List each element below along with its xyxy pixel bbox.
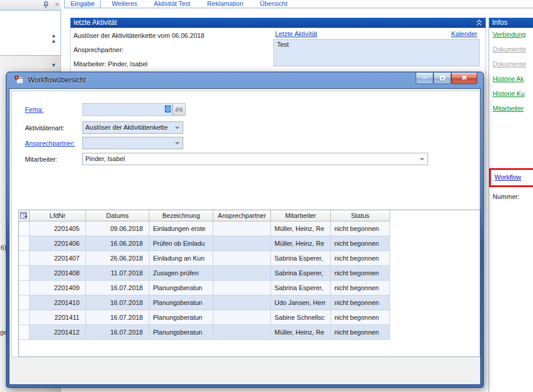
cell-status: nicht begonnen [331,251,390,266]
cell-ansprechpartner [213,251,271,266]
infos-link-verbindung[interactable]: Verbindung [489,27,533,42]
grid-col-header-bezeichnung[interactable]: Bezeichnung [149,210,213,221]
cell-bezeichnung: Planungsberatun [149,295,213,310]
row-header-cell[interactable] [19,310,30,325]
chevron-down-icon [175,142,180,144]
infos-link-historie-ak[interactable]: Historie Ak [489,72,533,86]
close-button[interactable]: ✕ [451,73,477,84]
workflow-link[interactable]: Workflow [494,173,521,181]
firma-value: 0 [165,105,171,113]
cell-ansprechpartner [213,266,271,281]
table-row[interactable]: 220141016.07.2018PlanungsberatunUdo Jans… [19,295,480,310]
dialog-titlebar[interactable]: Workflowübersicht ─ ✕ [9,72,481,88]
grid-col-header-datums[interactable]: Datums [86,210,149,221]
tab-eingabe[interactable]: Eingabe [64,0,101,8]
maximize-button[interactable] [433,73,451,84]
table-row[interactable]: 220140726.06.2018Einladung an KunSabrina… [19,251,480,266]
row-header-cell[interactable] [19,251,30,266]
cell-status: nicht begonnen [331,221,390,236]
kalender-link[interactable]: Kalender [451,30,477,37]
activity-note-textbox[interactable]: Test [273,39,480,66]
collapsed-group-box: ▲▲ [0,10,61,56]
table-row[interactable]: 220140509.06.2018Einladungen ersteMüller… [19,221,480,236]
grid-col-header-ansprechpartner[interactable]: Ansprechpartner [213,210,271,221]
table-row[interactable]: 220140616.06.2018Prüfen ob EinladuMüller… [19,236,480,251]
row-header-cell[interactable] [19,295,30,310]
tab-weiteres[interactable]: Weiteres [106,0,143,8]
chevron-down-icon [420,158,425,160]
cell-ansprechpartner [213,295,271,310]
cell-mitarbeiter: Müller, Heinz, Re [271,221,331,236]
table-row[interactable]: 220140916.07.2018PlanungsberatunSabrina … [19,281,480,295]
infos-link-mitarbeiter[interactable]: Mitarbeiter [489,101,533,116]
letzte-aktivitaet-link[interactable]: Letzte Aktivität [275,30,317,37]
infos-link-dokumente[interactable]: Dokumente [489,42,533,57]
table-row[interactable]: 220141116.07.2018PlanungsberatunSabine S… [19,310,480,325]
cell-mitarbeiter: Udo Jansen, Herr [271,295,331,310]
grid-col-header-lfdnr[interactable]: LfdNr [30,210,86,221]
cell-status: nicht begonnen [331,310,390,325]
row-header-cell[interactable] [19,221,30,236]
row-header-cell[interactable] [19,325,30,340]
grid-corner-cell[interactable] [19,210,30,221]
cell-datums: 09.06.2018 [86,221,149,236]
cell-datums: 16.07.2018 [86,281,149,295]
workflow-grid: LfdNrDatumsBezeichnungAnsprechpartnerMit… [18,210,480,357]
cell-lfdnr: 2201406 [30,236,86,251]
firma-lookup-button[interactable] [173,103,186,116]
row-header-cell[interactable] [19,281,30,295]
cell-datums: 16.07.2018 [86,325,149,340]
tab-aktivität-test[interactable]: Aktivität Test [148,0,197,8]
cell-datums: 16.07.2018 [86,310,149,325]
cell-status: nicht begonnen [331,325,390,340]
cell-status: nicht begonnen [331,236,390,251]
activity-group-panel: letzte Aktivität Auslöser der Aktivitäte… [70,18,486,74]
infos-link-historie-ku[interactable]: Historie Ku [489,86,533,101]
firma-input[interactable]: 0 [82,103,173,116]
ansprechpartner-label[interactable]: Ansprechpartner: [25,140,75,147]
tab-reklamation[interactable]: Reklamation [201,0,249,8]
collapse-up-icon[interactable]: ▲▲ [51,33,56,44]
infos-links: VerbindungDokumenteDokumenteHistorie AkH… [489,27,533,116]
tab-übersicht[interactable]: Übersicht [254,0,293,8]
grid-col-header-status[interactable]: Status [331,210,390,221]
cell-mitarbeiter: Sabrina Esperer, [271,266,331,281]
form-icon [15,76,24,84]
cell-datums: 26.06.2018 [86,251,149,266]
workflow-highlight-box: Workflow [489,168,533,187]
mitarbeiter-value: Pinder, Isabel [85,155,125,162]
row-header-cell[interactable] [19,236,30,251]
cell-lfdnr: 2201409 [30,281,86,295]
grid-body: 220140509.06.2018Einladungen ersteMüller… [19,221,480,340]
cell-ansprechpartner [213,325,271,340]
ansprechpartner-dropdown[interactable] [82,137,183,149]
infos-link-dokumente[interactable]: Dokumente [489,57,533,72]
aktivitaetenart-value: Auslöser der Aktivitätenkette [85,124,168,131]
maximize-icon [440,76,445,81]
activity-contact-text: Ansprechpartner: [74,46,123,53]
row-header-cell[interactable] [19,266,30,281]
collapse-up-icon[interactable] [476,20,482,26]
activity-panel-header[interactable]: letzte Aktivität [71,18,486,28]
cell-lfdnr: 2201410 [30,295,86,310]
aktivitaetenart-dropdown[interactable]: Auslöser der Aktivitätenkette [82,121,183,134]
cell-lfdnr: 2201408 [30,266,86,281]
cell-mitarbeiter: Müller, Heinz, Re [271,236,331,251]
cell-lfdnr: 2201407 [30,251,86,266]
table-row[interactable]: 220141216.07.2018PlanungsberatunMüller, … [19,325,480,340]
minimize-button[interactable]: ─ [416,73,433,84]
pin-icon[interactable] [43,1,49,9]
close-icon[interactable]: ✕ [55,1,59,8]
cell-mitarbeiter: Müller, Heinz, Re [271,325,331,340]
dialog-title: Workflowübersicht [28,72,86,88]
table-row[interactable]: 220140811.07.2018Zusagen prüfenSabrina E… [19,266,480,281]
application-window: ✕ ▲▲ ▼ 6) ge EingabeWeiteresAktivität Te… [0,0,533,392]
grid-col-header-mitarbeiter[interactable]: Mitarbeiter [271,210,331,221]
collapse-down-icon[interactable]: ▼ [51,63,56,68]
firma-label[interactable]: Firma: [25,106,43,113]
activity-panel-title: letzte Aktivität [74,18,117,27]
cell-bezeichnung: Prüfen ob Einladu [149,236,213,251]
infos-panel-header: Infos [489,18,533,28]
mitarbeiter-dropdown[interactable]: Pinder, Isabel [82,153,428,165]
cell-mitarbeiter: Sabrina Esperer, [271,281,331,295]
